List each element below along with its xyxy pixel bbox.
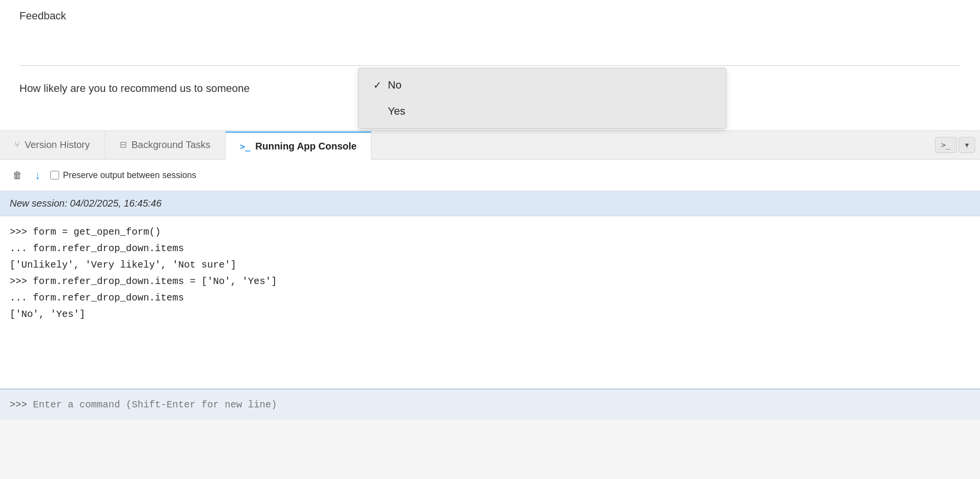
tab-action-buttons: >_ ▾ <box>930 131 980 159</box>
terminal-action-button[interactable]: >_ <box>935 137 957 153</box>
tab-running-app-console[interactable]: >_ Running App Console <box>226 132 372 160</box>
form-area: Feedback How likely are you to recommend… <box>0 0 980 131</box>
console-input-prompt: >>> <box>10 399 27 410</box>
background-tasks-icon: ⊟ <box>120 139 127 150</box>
console-line-3: ['Unlikely', 'Very likely', 'Not sure'] <box>10 257 970 273</box>
preserve-checkbox-text: Preserve output between sessions <box>63 170 196 180</box>
dropdown-item-no[interactable]: ✓ No <box>359 72 726 98</box>
version-history-icon: ⑂ <box>15 140 20 150</box>
preserve-checkbox-label[interactable]: Preserve output between sessions <box>50 170 196 180</box>
tab-running-app-console-label: Running App Console <box>255 141 356 152</box>
console-line-1: >>> form = get_open_form() <box>10 224 970 240</box>
console-toolbar: 🗑 ↓ Preserve output between sessions <box>0 160 980 191</box>
feedback-label: Feedback <box>19 10 961 22</box>
console-section: 🗑 ↓ Preserve output between sessions New… <box>0 160 980 419</box>
tab-background-tasks[interactable]: ⊟ Background Tasks <box>105 131 226 159</box>
chevron-down-button[interactable]: ▾ <box>959 137 975 153</box>
running-app-console-icon: >_ <box>240 141 251 151</box>
tab-bar: ⑂ Version History ⊟ Background Tasks >_ … <box>0 131 980 160</box>
session-banner: New session: 04/02/2025, 16:45:46 <box>0 191 980 216</box>
session-banner-text: New session: 04/02/2025, 16:45:46 <box>10 198 162 209</box>
clear-button[interactable]: 🗑 <box>10 168 25 183</box>
tab-background-tasks-label: Background Tasks <box>132 139 211 150</box>
console-input-field[interactable] <box>33 399 970 410</box>
download-button[interactable]: ↓ <box>32 166 44 184</box>
dropdown-option-yes: Yes <box>388 105 405 118</box>
console-line-4: >>> form.refer_drop_down.items = ['No', … <box>10 273 970 290</box>
console-line-2: ... form.refer_drop_down.items <box>10 240 970 257</box>
recommend-label: How likely are you to recommend us to so… <box>19 82 250 95</box>
checkmark-icon: ✓ <box>373 79 383 91</box>
dropdown-item-yes[interactable]: Yes <box>359 98 726 124</box>
console-input-area: >>> <box>0 389 980 419</box>
dropdown-popup: ✓ No Yes <box>358 68 726 129</box>
tab-version-history[interactable]: ⑂ Version History <box>0 131 105 159</box>
preserve-checkbox-input[interactable] <box>50 171 59 180</box>
feedback-textarea[interactable] <box>19 27 961 66</box>
dropdown-option-no: No <box>388 79 401 91</box>
tab-version-history-label: Version History <box>25 139 90 150</box>
console-line-6: ['No', 'Yes'] <box>10 306 970 323</box>
console-line-5: ... form.refer_drop_down.items <box>10 290 970 306</box>
tab-spacer <box>371 131 930 159</box>
